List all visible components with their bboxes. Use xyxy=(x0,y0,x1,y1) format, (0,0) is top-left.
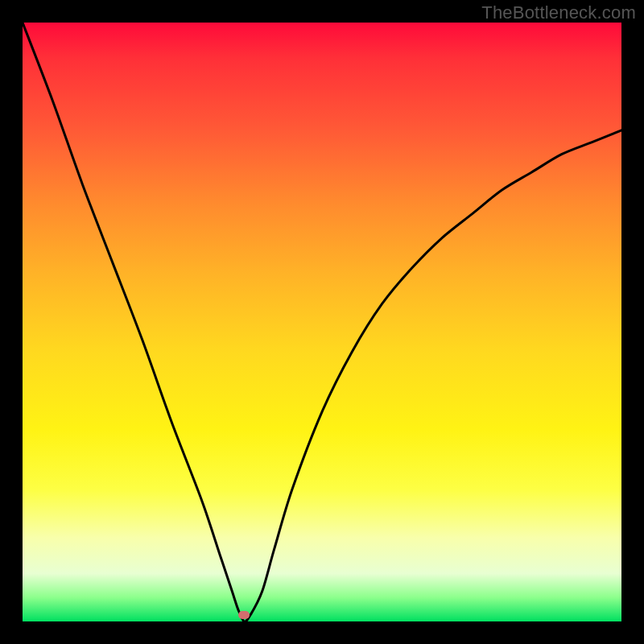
watermark-text: TheBottleneck.com xyxy=(481,2,636,23)
minimum-marker xyxy=(238,611,250,619)
plot-area xyxy=(23,23,621,621)
chart-frame: TheBottleneck.com xyxy=(0,0,644,644)
curve-svg xyxy=(23,23,621,621)
bottleneck-curve-path xyxy=(23,23,621,621)
